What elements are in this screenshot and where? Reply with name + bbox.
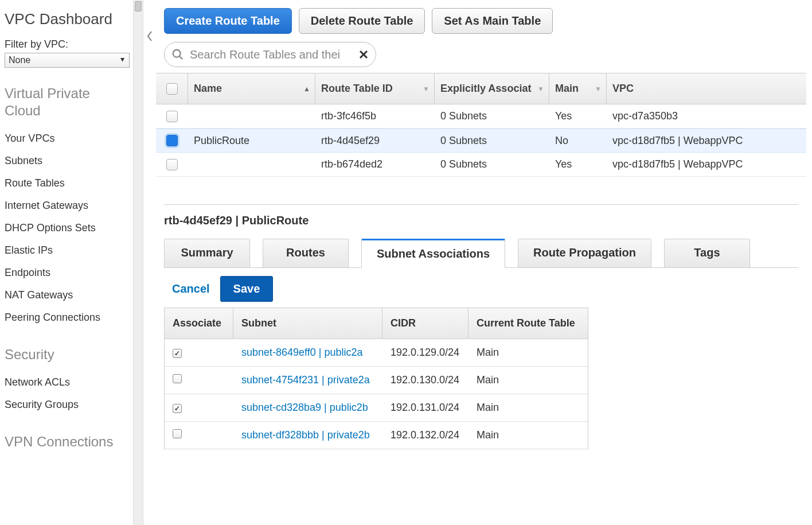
- cell-cidr: 192.0.129.0/24: [382, 347, 469, 359]
- cancel-button[interactable]: Cancel: [172, 282, 210, 295]
- scrollbar-thumb[interactable]: [135, 1, 142, 11]
- col-header-main[interactable]: Main: [549, 73, 607, 104]
- collapse-sidebar-button[interactable]: [145, 28, 155, 45]
- search-box: [164, 42, 376, 67]
- assoc-col-cidr: CIDR: [382, 308, 469, 339]
- sidebar-title: VPC Dashboard: [5, 10, 128, 28]
- associate-checkbox[interactable]: [173, 404, 182, 413]
- sidebar-item-internet-gateways[interactable]: Internet Gateways: [5, 195, 128, 217]
- subnet-link[interactable]: subnet-8649eff0 | public2a: [241, 347, 363, 358]
- sidebar-item-route-tables[interactable]: Route Tables: [5, 172, 128, 195]
- sidebar-item-dhcp-options-sets[interactable]: DHCP Options Sets: [5, 217, 128, 239]
- sidebar-item-security-groups[interactable]: Security Groups: [5, 394, 128, 416]
- sidebar-scrollbar[interactable]: [133, 0, 143, 525]
- cell-cidr: 192.0.131.0/24: [382, 402, 469, 414]
- sidebar-item-your-vpcs[interactable]: Your VPCs: [5, 127, 128, 150]
- sort-icon: [537, 85, 544, 93]
- cell-cidr: 192.0.130.0/24: [382, 374, 469, 386]
- sort-icon: [595, 85, 602, 93]
- cell-main: Yes: [549, 153, 607, 176]
- sidebar-item-endpoints[interactable]: Endpoints: [5, 262, 128, 284]
- subnet-link[interactable]: subnet-4754f231 | private2a: [241, 374, 370, 386]
- cell-vpc: vpc-d18d7fb5 | WebappVPC: [607, 153, 806, 176]
- cell-main: Yes: [549, 104, 607, 128]
- tab-routes[interactable]: Routes: [263, 239, 349, 268]
- sidebar-section-heading: Virtual Private Cloud: [5, 85, 128, 119]
- details-panel: rtb-4d45ef29 | PublicRoute SummaryRoutes…: [156, 177, 806, 449]
- sidebar-item-network-acls[interactable]: Network ACLs: [5, 371, 128, 394]
- cell-vpc: vpc-d18d7fb5 | WebappVPC: [607, 129, 806, 152]
- sidebar-item-peering-connections[interactable]: Peering Connections: [5, 306, 128, 329]
- assoc-row: subnet-df328bbb | private2b192.0.132.0/2…: [165, 422, 588, 449]
- sidebar-item-elastic-ips[interactable]: Elastic IPs: [5, 239, 128, 262]
- row-checkbox[interactable]: [166, 135, 178, 146]
- associate-checkbox[interactable]: [173, 374, 182, 383]
- search-icon: [171, 48, 184, 61]
- assoc-col-associate: Associate: [165, 308, 233, 339]
- cell-cidr: 192.0.132.0/24: [382, 429, 469, 441]
- details-tabs: SummaryRoutesSubnet AssociationsRoute Pr…: [164, 239, 798, 268]
- table-row[interactable]: rtb-3fc46f5b0 SubnetsYesvpc-d7a350b3: [156, 104, 806, 129]
- sidebar: VPC Dashboard Filter by VPC: None Virtua…: [0, 0, 133, 525]
- save-button[interactable]: Save: [220, 276, 274, 302]
- assoc-row: subnet-cd328ba9 | public2b192.0.131.0/24…: [165, 394, 588, 422]
- row-checkbox[interactable]: [166, 111, 178, 122]
- cell-name: PublicRoute: [188, 129, 315, 152]
- create-route-table-button[interactable]: Create Route Table: [164, 8, 292, 34]
- cell-vpc: vpc-d7a350b3: [607, 104, 806, 128]
- associate-checkbox[interactable]: [173, 349, 182, 358]
- assoc-col-subnet: Subnet: [233, 308, 382, 339]
- svg-point-0: [173, 50, 181, 57]
- tab-subnet-associations[interactable]: Subnet Associations: [361, 239, 505, 268]
- sidebar-collapse-handle: [143, 0, 156, 525]
- cell-route-table-id: rtb-3fc46f5b: [315, 104, 435, 128]
- select-all-checkbox[interactable]: [166, 83, 178, 95]
- toolbar: Create Route Table Delete Route Table Se…: [156, 0, 806, 42]
- subnet-link[interactable]: subnet-df328bbb | private2b: [241, 429, 370, 441]
- clear-search-icon[interactable]: [358, 49, 369, 60]
- associate-checkbox[interactable]: [173, 429, 182, 438]
- table-row[interactable]: rtb-b674ded20 SubnetsYesvpc-d18d7fb5 | W…: [156, 153, 806, 177]
- table-row[interactable]: PublicRoutertb-4d45ef290 SubnetsNovpc-d1…: [156, 129, 806, 153]
- route-tables-grid: Name Route Table ID Explicitly Associat …: [156, 73, 806, 177]
- sidebar-section-heading: VPN Connections: [5, 433, 128, 450]
- main-panel: Create Route Table Delete Route Table Se…: [156, 0, 812, 525]
- svg-line-1: [179, 56, 183, 60]
- cell-main: No: [549, 129, 607, 152]
- assoc-row: subnet-4754f231 | private2a192.0.130.0/2…: [165, 367, 588, 394]
- set-as-main-table-button[interactable]: Set As Main Table: [432, 8, 553, 34]
- sort-icon: [423, 85, 430, 93]
- filter-by-vpc-value: None: [9, 55, 30, 65]
- col-header-vpc[interactable]: VPC: [607, 73, 806, 104]
- tab-tags[interactable]: Tags: [664, 239, 750, 268]
- tab-route-propagation[interactable]: Route Propagation: [518, 239, 651, 268]
- filter-by-vpc-select[interactable]: None: [5, 53, 130, 68]
- cell-explicitly-associated: 0 Subnets: [435, 129, 549, 152]
- cell-current-route-table: Main: [469, 429, 588, 441]
- row-checkbox[interactable]: [166, 159, 178, 170]
- assoc-row: subnet-8649eff0 | public2a192.0.129.0/24…: [165, 339, 588, 367]
- search-input[interactable]: [189, 48, 354, 62]
- tab-summary[interactable]: Summary: [164, 239, 250, 268]
- col-header-name[interactable]: Name: [188, 73, 315, 104]
- cell-current-route-table: Main: [469, 374, 588, 386]
- cell-name: [188, 153, 315, 176]
- filter-by-vpc-label: Filter by VPC:: [5, 38, 128, 50]
- col-header-route-table-id[interactable]: Route Table ID: [315, 73, 435, 104]
- details-title: rtb-4d45ef29 | PublicRoute: [164, 214, 798, 227]
- cell-current-route-table: Main: [469, 347, 588, 359]
- sort-asc-icon: [303, 85, 310, 93]
- cell-route-table-id: rtb-4d45ef29: [315, 129, 435, 152]
- col-header-explicitly-associated[interactable]: Explicitly Associat: [435, 73, 549, 104]
- sidebar-item-nat-gateways[interactable]: NAT Gateways: [5, 284, 128, 306]
- cell-name: [188, 104, 315, 128]
- cell-explicitly-associated: 0 Subnets: [435, 153, 549, 176]
- sidebar-item-subnets[interactable]: Subnets: [5, 150, 128, 172]
- delete-route-table-button[interactable]: Delete Route Table: [299, 8, 425, 34]
- grid-header-row: Name Route Table ID Explicitly Associat …: [156, 73, 806, 104]
- subnet-link[interactable]: subnet-cd328ba9 | public2b: [241, 402, 368, 413]
- subnet-associations-table: Associate Subnet CIDR Current Route Tabl…: [164, 308, 588, 449]
- cell-explicitly-associated: 0 Subnets: [435, 104, 549, 128]
- cell-route-table-id: rtb-b674ded2: [315, 153, 435, 176]
- cell-current-route-table: Main: [469, 402, 588, 414]
